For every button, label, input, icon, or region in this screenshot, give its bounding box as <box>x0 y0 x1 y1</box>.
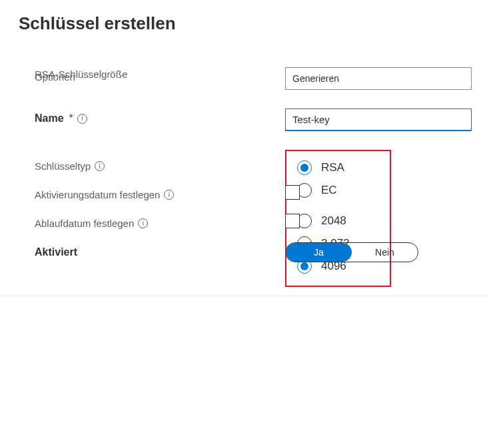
info-icon[interactable]: i <box>164 190 174 200</box>
footer-divider <box>0 296 489 296</box>
activationdate-checkbox[interactable] <box>285 185 300 200</box>
keysize-label: RSA-Schlüsselgröße <box>35 69 127 80</box>
keytype-label: Schlüsseltyp <box>35 160 91 172</box>
activationdate-label: Aktivierungsdatum festlegen <box>35 189 160 200</box>
page-title: Schlüssel erstellen <box>19 13 470 34</box>
name-label: Name <box>35 112 64 124</box>
toggle-yes[interactable]: Ja <box>286 243 352 262</box>
options-value: Generieren <box>292 73 339 84</box>
info-icon[interactable]: i <box>138 218 148 228</box>
info-icon[interactable]: i <box>95 161 105 171</box>
expirydate-label: Ablaufdatum festlegen <box>35 218 134 229</box>
info-icon[interactable]: i <box>77 114 87 124</box>
options-dropdown[interactable]: Generieren <box>285 67 472 90</box>
radio-rsa-label: RSA <box>321 161 344 174</box>
toggle-no[interactable]: Nein <box>352 243 418 262</box>
enabled-label: Aktiviert <box>35 246 77 258</box>
name-input[interactable] <box>285 109 472 131</box>
required-indicator: * <box>69 112 73 124</box>
enabled-toggle[interactable]: Ja Nein <box>285 242 418 262</box>
radio-circle-icon <box>297 160 312 175</box>
expirydate-checkbox[interactable] <box>285 214 300 228</box>
radio-rsa[interactable]: RSA <box>297 160 350 175</box>
